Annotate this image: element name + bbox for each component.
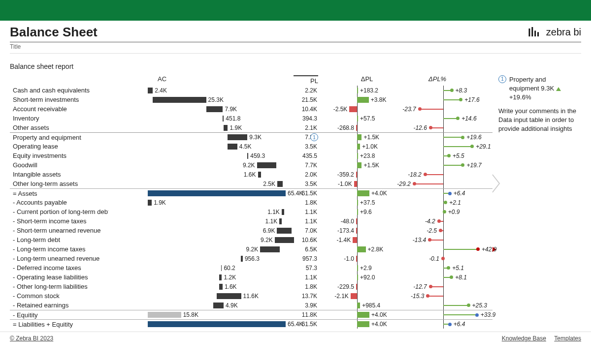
delta-pl-value: +37.5 — [360, 199, 375, 206]
ac-value: 1.9K — [230, 124, 242, 131]
row-label: - Retained earnings — [10, 302, 108, 309]
delta-plp-cell: +8.3 — [394, 86, 492, 95]
ac-bar-cell: 4.5K — [108, 142, 286, 151]
delta-pl-value: +92.0 — [360, 274, 375, 281]
report-title: Balance sheet report — [10, 62, 581, 70]
table-row: - Long-term unearned revenue956.3957.3-1… — [10, 254, 492, 263]
table-row: - Deferred income taxes60.257.3+2.9+5.1 — [10, 263, 492, 273]
delta-pl-value: +3.8K — [371, 96, 387, 103]
ac-bar-cell: 1.6K — [108, 282, 286, 291]
delta-plp-cell: -13.4 — [394, 235, 492, 244]
pl-value: 57.3 — [286, 265, 320, 272]
delta-plp-value: -0.1 — [429, 255, 439, 262]
ac-bar-cell: 60.2 — [108, 263, 286, 273]
ac-value: 2.4K — [155, 87, 167, 94]
delta-pl-value: -2.5K — [333, 106, 348, 113]
table-row: - Other long-term liabilities1.6K1.8K-22… — [10, 282, 492, 291]
table-row: - Equitity15.8K11.8K+4.0K+33.9 — [10, 310, 492, 319]
ac-bar-cell: 9.2K — [108, 244, 286, 254]
ac-value: 4.5K — [239, 143, 252, 150]
delta-plp-value: +33.9 — [481, 311, 495, 318]
delta-plp-cell: -18.2 — [394, 170, 492, 179]
footer-copyright[interactable]: © Zebra BI 2023 — [10, 335, 53, 342]
annotation-marker-icon: 1 — [498, 75, 506, 83]
delta-plp-value: +25.3 — [472, 302, 487, 309]
delta-plp-cell: -15.3 — [394, 291, 492, 301]
delta-pl-cell: +3.8K — [320, 95, 394, 104]
table-row: - Common stock11.6K13.7K-2.1K-15.3 — [10, 291, 492, 301]
delta-pl-value: +1.5K — [363, 134, 379, 141]
ac-value: 4.9K — [226, 302, 238, 309]
pl-value: 435.5 — [286, 152, 320, 159]
row-label: - Other long-term liabilities — [10, 283, 108, 290]
logo-text: zebra bi — [546, 27, 581, 38]
ac-value: 1.1K — [265, 218, 277, 225]
delta-plp-cell: +42.9 — [394, 244, 492, 254]
delta-plp-value: +29.1 — [476, 143, 491, 150]
delta-pl-cell: +2.9 — [320, 263, 394, 273]
ac-bar-cell: 1.1K — [108, 207, 286, 216]
ac-value: 11.6K — [243, 293, 259, 300]
pl-value: 6.5K — [286, 246, 320, 253]
delta-plp-value: -23.7 — [402, 106, 416, 113]
row-label: Other assets — [10, 124, 108, 131]
delta-pl-value: +183.2 — [360, 87, 378, 94]
brand-logo: zebra bi — [528, 27, 581, 38]
pl-value: 2.0K — [286, 171, 320, 178]
delta-pl-value: -268.8 — [337, 124, 354, 131]
pl-value: 1.8K — [286, 199, 320, 206]
brand-topbar — [0, 0, 591, 21]
scroll-right-icon[interactable] — [492, 174, 501, 195]
table-row: - Short-term income taxes1.1K1.1K-48.0-4… — [10, 216, 492, 226]
table-row: Inventory451.8394.3+57.5+14.6 — [10, 114, 492, 123]
delta-plp-cell: +2.1 — [394, 198, 492, 207]
delta-pl-value: -359.2 — [337, 171, 354, 178]
delta-pl-value: -1.4K — [337, 237, 351, 243]
page-subtitle: Title — [10, 43, 581, 54]
delta-plp-value: -18.2 — [408, 171, 421, 178]
delta-pl-cell: -2.1K — [320, 291, 394, 301]
pl-value: 3.9K — [286, 302, 320, 309]
delta-pl-cell: -1.0 — [320, 254, 394, 263]
delta-pl-cell: +9.6 — [320, 207, 394, 216]
ac-bar-cell: 9.2K — [108, 160, 286, 170]
delta-pl-cell: +92.0 — [320, 273, 394, 282]
pl-value: 21.5K — [286, 96, 320, 103]
ac-bar-cell: 65.4K — [108, 320, 286, 329]
row-label: - Long-term unearned revenue — [10, 255, 108, 262]
delta-plp-cell: +17.6 — [394, 95, 492, 104]
col-header-dplp: ΔPL% — [394, 75, 492, 85]
delta-plp-value: +19.7 — [466, 162, 481, 169]
delta-pl-cell: -268.8 — [320, 123, 394, 132]
row-label: Property and equipment — [10, 134, 108, 141]
table-row: Property and equipment9.3K7.8K1+1.5K+19.… — [10, 132, 492, 142]
table-row: Equity investments459.3435.5+23.8+5.5 — [10, 151, 492, 160]
table-row: - Operating lease liabilities1.2K1.1K+92… — [10, 273, 492, 282]
delta-pl-value: -2.1K — [334, 293, 349, 300]
ac-value: 15.8K — [183, 311, 198, 318]
delta-plp-cell: +19.6 — [394, 133, 492, 142]
ac-value: 25.3K — [208, 96, 224, 103]
delta-plp-cell: +6.4 — [394, 320, 492, 329]
delta-plp-cell: -2.5 — [394, 226, 492, 235]
row-label: Intangible assets — [10, 171, 108, 178]
row-label: - Accounts payable — [10, 199, 108, 206]
row-label: - Common stock — [10, 292, 108, 300]
table-row: Short-term investments25.3K21.5K+3.8K+17… — [10, 95, 492, 104]
pl-value: 13.7K — [286, 293, 320, 300]
delta-pl-value: -1.0K — [338, 181, 352, 187]
delta-plp-cell: +33.9 — [394, 310, 492, 319]
footer-kb-link[interactable]: Knowledge Base — [502, 335, 546, 342]
footer-templates-link[interactable]: Templates — [554, 335, 581, 342]
ac-value: 1.9K — [154, 199, 166, 206]
row-label: Equity investments — [10, 152, 108, 159]
row-label: - Current portion of long-term debt — [10, 208, 108, 215]
pl-value: 11.8K — [286, 311, 320, 318]
delta-pl-cell: 1+1.5K — [320, 133, 394, 142]
delta-plp-cell: +25.3 — [394, 301, 492, 310]
ac-bar-cell: 1.9K — [108, 198, 286, 207]
ac-bar-cell: 7.9K — [108, 104, 286, 114]
pl-value: 394.3 — [286, 115, 320, 122]
table-row: - Long-term income taxes9.2K6.5K+2.8K+42… — [10, 244, 492, 254]
delta-plp-value: +6.4 — [454, 321, 465, 328]
